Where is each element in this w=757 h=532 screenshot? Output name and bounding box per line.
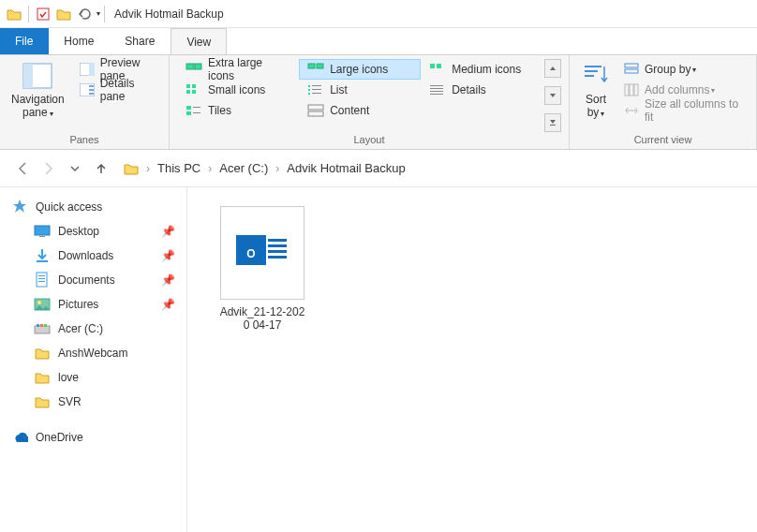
svg-rect-63 [268,256,287,259]
sort-by-button[interactable]: Sortby▾ [577,59,615,132]
svg-rect-57 [44,324,47,327]
folder-icon [34,345,51,362]
sidebar-item-documents[interactable]: Documents 📌 [0,268,186,292]
layout-medium-icons[interactable]: Medium icons [421,59,542,80]
details-pane-button[interactable]: Details pane [74,80,161,100]
qat-newfolder-icon[interactable] [56,7,71,22]
onedrive-icon [11,429,28,446]
svg-rect-55 [37,324,39,327]
sidebar-item-svr[interactable]: SVR [0,390,186,414]
layout-small-icons[interactable]: Small icons [177,80,299,100]
svg-rect-26 [308,93,310,95]
svg-rect-18 [186,111,191,115]
svg-rect-12 [186,84,190,88]
sidebar-item-acer[interactable]: Acer (C:) [0,317,186,341]
svg-rect-22 [308,85,310,87]
desktop-icon [34,223,51,240]
layout-expand[interactable] [544,113,561,132]
sidebar-onedrive[interactable]: OneDrive [0,425,186,450]
svg-rect-33 [430,88,443,89]
svg-point-53 [37,301,41,304]
chevron-right-icon[interactable]: › [144,162,152,175]
layout-large-icons[interactable]: Large icons [299,59,421,80]
svg-rect-48 [37,273,47,287]
folder-icon [34,369,51,386]
star-icon [11,199,28,215]
sidebar-item-love[interactable]: love [0,365,186,390]
tab-home[interactable]: Home [49,28,110,54]
pin-icon: 📌 [161,225,175,238]
sidebar-item-pictures[interactable]: Pictures 📌 [0,292,186,317]
pictures-icon [34,296,51,313]
svg-rect-46 [39,236,45,237]
nav-forward-button[interactable] [36,155,62,182]
sidebar-item-downloads[interactable]: Downloads 📌 [0,244,186,268]
layout-scroll-up[interactable] [544,59,561,78]
medium-icons-icon [429,63,446,76]
svg-rect-14 [186,90,190,94]
large-icons-icon [307,63,324,76]
nav-recent-button[interactable] [62,155,88,182]
pin-icon: 📌 [161,298,175,311]
breadcrumb-drive[interactable]: Acer (C:) [214,161,274,175]
sidebar-item-anshwebcam[interactable]: AnshWebcam [0,341,186,365]
group-by-button[interactable]: Group by▾ [618,59,749,80]
svg-rect-42 [625,84,629,96]
tiles-icon [186,104,202,117]
nav-back-button[interactable] [9,155,36,182]
svg-rect-62 [268,250,287,253]
breadcrumb-this-pc[interactable]: This PC [152,161,206,175]
nav-up-button[interactable] [88,155,114,182]
svg-rect-54 [35,326,50,333]
svg-rect-44 [634,84,638,96]
tab-share[interactable]: Share [110,28,171,54]
sidebar-quick-access[interactable]: Quick access [0,195,186,219]
svg-rect-36 [550,125,556,126]
layout-extra-large-icons[interactable]: Extra large icons [177,59,299,80]
layout-details[interactable]: Details [421,80,542,100]
qat-properties-icon[interactable] [36,7,51,22]
svg-rect-24 [308,89,310,91]
svg-rect-38 [585,70,598,72]
svg-rect-29 [308,111,323,116]
svg-rect-13 [192,84,196,88]
pin-icon: 📌 [161,249,175,262]
list-icon [307,83,324,96]
svg-rect-28 [308,105,323,110]
drive-icon [34,320,51,337]
svg-rect-61 [268,244,287,247]
tab-file[interactable]: File [0,28,49,54]
chevron-right-icon[interactable]: › [274,162,281,175]
add-columns-icon [624,82,639,97]
tab-view[interactable]: View [171,28,227,54]
details-pane-icon [80,82,95,97]
layout-tiles[interactable]: Tiles [177,100,299,121]
svg-text:O: O [246,247,255,260]
group-by-icon [624,62,639,77]
folder-icon [34,393,51,410]
svg-rect-34 [430,91,443,92]
content-icon [307,104,324,117]
documents-icon [34,272,51,288]
file-thumbnail: O [220,206,304,300]
layout-list[interactable]: List [299,80,421,100]
sidebar-item-desktop[interactable]: Desktop 📌 [0,219,186,244]
svg-rect-9 [89,93,94,95]
svg-rect-49 [38,275,45,276]
breadcrumb-root-icon[interactable] [122,160,141,177]
size-all-columns-button[interactable]: Size all columns to fit [618,100,749,121]
navigation-pane-button[interactable]: Navigationpane▾ [7,59,68,132]
svg-rect-21 [317,64,323,68]
qat-undo-icon[interactable] [77,7,92,22]
qat-dropdown-icon[interactable]: ▾ [96,9,100,18]
group-title-current-view: Current view [577,132,749,147]
layout-scroll-down[interactable] [544,86,561,105]
svg-rect-56 [40,324,43,327]
chevron-right-icon[interactable]: › [206,162,214,175]
layout-content[interactable]: Content [299,100,421,121]
file-item[interactable]: O Advik_21-12-2020 04-17 [206,206,319,332]
layout-blank [421,100,542,121]
svg-rect-17 [193,107,200,108]
svg-rect-11 [195,64,201,69]
breadcrumb-folder[interactable]: Advik Hotmail Backup [281,161,410,175]
